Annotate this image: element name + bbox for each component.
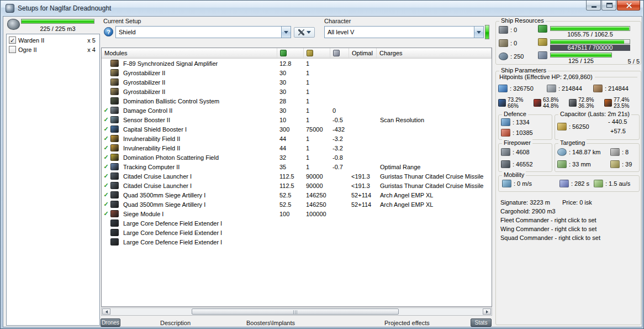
wing-commander-line[interactable]: Wing Commander - right click to set [500,226,638,232]
module-optimal-value: <191.3 [349,173,377,180]
module-row[interactable]: Large Core Defence Field Extender I [102,237,492,247]
module-capacitor-value: 0 [330,107,349,114]
tab-projected-effects[interactable]: Projected effects [384,320,430,326]
titlebar[interactable]: Setups for Naglfar Dreadnought [1,1,643,15]
module-cpu-value: 100 [277,211,304,217]
hull-hp-row: : 214844 [593,85,629,92]
max-targets-row: : 8 [610,148,629,156]
modules-column-header[interactable]: Modules [102,48,277,58]
module-charges-value: Arch Angel EMP XL [377,192,492,199]
module-active-check[interactable]: ✓ [102,182,110,189]
module-row[interactable]: Gyrostabilizer II 30 1 [102,77,492,87]
module-active-check[interactable]: ✓ [102,173,110,180]
module-row[interactable]: ✓ Sensor Booster II 10 1 -0.5 Scan Resol… [102,115,492,124]
module-row[interactable]: ✓ Quad 3500mm Siege Artillery I 52.5 146… [102,190,492,200]
module-row[interactable]: Large Core Defence Field Extender I [102,228,492,237]
module-active-check[interactable]: ✓ [102,163,110,170]
module-row[interactable]: ✓ Tracking Computer II 35 1 -0.7 Optimal… [102,162,492,171]
character-dropdown-button[interactable] [474,27,483,38]
module-row[interactable]: ✓ Invulnerability Field II 44 1 -3.2 [102,143,492,153]
modules-table-body[interactable]: F-89 Synchronized Signal Amplifier 12.8 … [102,59,492,306]
module-cpu-value: 300 [277,126,304,133]
module-icon [110,201,119,208]
bar-fill [551,53,611,57]
module-row[interactable]: F-89 Synchronized Signal Amplifier 12.8 … [102,59,492,68]
character-value: All level V [325,29,474,35]
ship-info-lines: Signature: 3223 m Price: 0 isk Cargohold… [500,200,638,244]
shield-recharge-icon [501,118,510,126]
minimize-icon [592,6,597,8]
drone-checkbox[interactable] [9,46,16,53]
optimal-column-header[interactable]: Optimal [349,48,377,58]
character-select[interactable]: All level V [324,26,484,38]
module-powergrid-value: 1 [304,154,330,161]
fleet-commander-line[interactable]: Fleet Commander - right click to set [500,217,638,223]
module-name: Invulnerability Field II [121,135,277,142]
module-cpu-value: 44 [277,145,304,152]
horizontal-scrollbar[interactable] [101,307,492,316]
module-name: Gyrostabilizer II [121,70,277,76]
speed-row: : 0 m/s [502,180,532,187]
tank-icon [501,129,510,137]
module-active-check[interactable]: ✓ [102,201,110,208]
module-active-check[interactable]: ✓ [102,116,110,123]
tab-description[interactable]: Description [160,320,191,326]
module-row[interactable]: ✓ Citadel Cruise Launcher I 112.5 90000 … [102,181,492,190]
tab-drones[interactable]: Drones [101,318,120,327]
scroll-left-button[interactable] [102,309,110,315]
module-name: F-89 Synchronized Signal Amplifier [121,60,277,67]
module-row[interactable]: ✓ Quad 3500mm Siege Artillery I 52.5 146… [102,200,492,209]
app-icon[interactable] [6,4,14,13]
current-setup-dropdown-button[interactable] [281,27,291,38]
scrollbar-thumb[interactable] [192,309,399,315]
module-row[interactable]: Gyrostabilizer II 30 1 [102,68,492,77]
powergrid-column-header[interactable] [304,48,330,58]
maximize-button[interactable] [601,1,616,11]
capacitor-column-header[interactable] [330,48,349,58]
drone-bandwidth-bar [550,53,612,58]
eft-window: Setups for Naglfar Dreadnought 225 / 225… [0,0,644,329]
defence-group: Defence : 1334 : 10385 [498,114,552,140]
module-active-check[interactable]: ✓ [102,144,110,152]
minimize-button[interactable] [586,1,601,11]
ship-parameters-title: Ship Parameters [499,67,548,74]
cpu-column-header[interactable] [277,48,304,58]
drone-checkbox[interactable]: ✓ [9,36,16,44]
tab-boosters-implants[interactable]: Boosters\Implants [246,320,295,326]
setup-tools-button[interactable] [294,27,315,38]
module-row[interactable]: ✓ Siege Module I 100 100000 [102,209,492,218]
module-row[interactable]: ✓ Invulnerability Field II 44 1 -3.2 [102,134,492,143]
drone-list-item[interactable]: ✓ Warden II x 5 [7,35,99,45]
scan-resolution-row: : 33 mm [557,160,591,168]
module-active-check[interactable]: ✓ [102,210,110,217]
module-optimal-value: <191.3 [349,182,377,189]
drone-list[interactable]: ✓ Warden II x 5 Ogre II x 4 [6,34,100,326]
module-icon [110,173,119,180]
module-active-check[interactable]: ✓ [102,191,110,199]
capacitor-icon [333,50,340,56]
drone-list-item[interactable]: Ogre II x 4 [7,45,99,54]
module-row[interactable]: Large Core Defence Field Extender I [102,218,492,228]
module-row[interactable]: Gyrostabilizer II 30 1 [102,87,492,96]
max-targets-value: : 8 [622,149,629,155]
close-button[interactable] [617,1,640,11]
module-active-check[interactable]: ✓ [102,107,110,114]
module-charges-value: Optimal Range [377,164,492,170]
module-active-check[interactable]: ✓ [102,135,110,142]
tab-stats[interactable]: Stats [471,318,492,327]
current-setup-select[interactable]: Shield [115,26,291,38]
squad-commander-line[interactable]: Squad Commander - right click to set [500,235,638,241]
module-row[interactable]: ✓ Capital Shield Booster I 300 75000 -43… [102,124,492,134]
module-name: Gyrostabilizer II [121,88,277,95]
charges-column-header[interactable]: Charges [377,48,492,58]
module-row[interactable]: ✓ Damage Control II 30 1 0 [102,106,492,115]
module-row[interactable]: ✓ Citadel Cruise Launcher I 112.5 90000 … [102,171,492,181]
explosive-resist-icon [604,99,612,107]
module-row[interactable]: Domination Ballistic Control System 28 1 [102,96,492,106]
module-active-check[interactable]: ✓ [102,154,110,161]
help-button[interactable]: ? [104,27,113,36]
module-row[interactable]: ✓ Domination Photon Scattering Field 32 … [102,153,492,162]
module-active-check[interactable]: ✓ [102,126,110,133]
scroll-right-button[interactable] [483,309,491,315]
turret-hardpoints-icon [499,26,508,34]
